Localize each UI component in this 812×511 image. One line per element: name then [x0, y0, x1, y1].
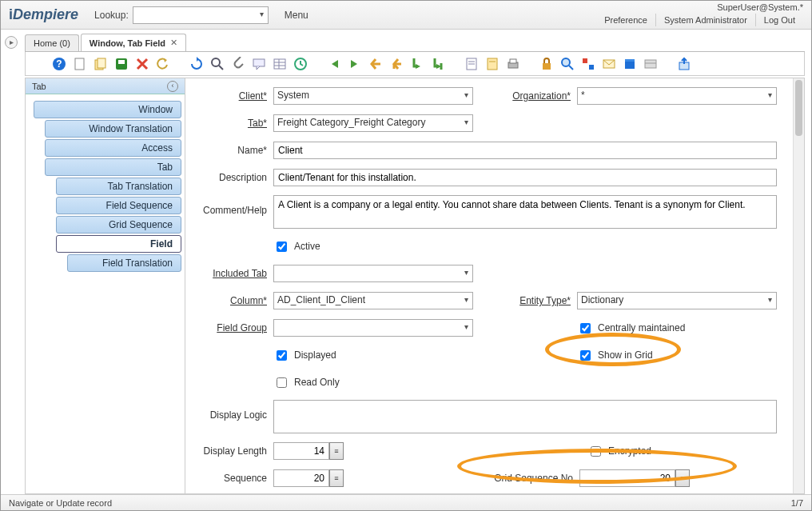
help-icon[interactable]: ? [51, 56, 67, 72]
tab-label[interactable]: Tab* [197, 118, 273, 129]
tab-home[interactable]: Home (0) [25, 34, 79, 51]
showingrid-checkbox[interactable] [580, 350, 591, 361]
copy-icon[interactable] [93, 56, 109, 72]
tree-title: Tab [32, 82, 46, 91]
active-checkbox[interactable] [277, 242, 287, 252]
zoom-icon[interactable] [559, 56, 575, 72]
side-expand-button[interactable]: ▸ [5, 36, 18, 49]
displaylogic-textarea[interactable] [273, 400, 777, 433]
lock-icon[interactable] [539, 56, 555, 72]
sequence-input[interactable] [273, 469, 329, 487]
svg-rect-4 [98, 58, 105, 68]
sequence-stepper[interactable]: ≡ [329, 469, 344, 487]
centrally-label: Centrally maintained [598, 322, 685, 333]
menu-link[interactable]: Menu [285, 10, 308, 21]
tree-item-grid-sequence[interactable]: Grid Sequence [56, 216, 181, 234]
displayed-label: Displayed [294, 349, 336, 361]
new-icon[interactable] [72, 56, 88, 72]
tab-select[interactable]: Freight Category_Freight Category [273, 114, 473, 132]
description-input[interactable] [273, 169, 777, 186]
svg-rect-6 [118, 60, 125, 64]
showingrid-label: Show in Grid [598, 349, 653, 361]
entitytype-label[interactable]: Entity Type* [505, 295, 577, 306]
tree-item-field[interactable]: Field [56, 235, 181, 253]
tree-item-window[interactable]: Window [34, 101, 181, 118]
product-icon[interactable] [622, 56, 638, 72]
parent-prev-icon[interactable] [326, 56, 342, 72]
displayed-checkbox[interactable] [277, 350, 287, 361]
name-input[interactable] [273, 142, 777, 159]
encrypted-checkbox[interactable] [591, 446, 601, 457]
fieldgroup-label[interactable]: Field Group [197, 322, 273, 333]
svg-rect-28 [589, 65, 594, 70]
main-tabs: Home (0) Window, Tab Field✕ [25, 33, 805, 52]
description-label: Description [197, 172, 273, 183]
svg-rect-32 [645, 60, 656, 68]
lookup-input[interactable] [133, 6, 269, 24]
tab-window-tab-field[interactable]: Window, Tab Field✕ [81, 34, 186, 51]
displaylength-input[interactable] [273, 442, 329, 460]
preference-link[interactable]: Preference [596, 14, 655, 26]
parent-next-icon[interactable] [347, 56, 363, 72]
tree-item-field-translation[interactable]: Field Translation [67, 254, 181, 272]
client-label[interactable]: Client* [197, 90, 273, 102]
organization-label[interactable]: Organization* [505, 90, 577, 102]
readonly-label: Read Only [294, 377, 340, 388]
displaylength-stepper[interactable]: ≡ [329, 442, 344, 460]
user-context: SuperUser@System.* [596, 2, 803, 12]
tree-collapse-button[interactable]: ‹ [167, 81, 178, 92]
role-link[interactable]: System Administrator [655, 14, 755, 26]
lookup-label: Lookup: [94, 10, 129, 21]
close-icon[interactable]: ✕ [170, 38, 177, 48]
requests-icon[interactable] [601, 56, 617, 72]
tree-item-tab-translation[interactable]: Tab Translation [56, 178, 181, 195]
column-select[interactable]: AD_Client_ID_Client [273, 292, 473, 309]
find-icon[interactable] [209, 56, 225, 72]
client-select[interactable]: System [273, 87, 473, 105]
attachment-icon[interactable] [230, 56, 246, 72]
record-counter: 1/7 [791, 498, 803, 508]
active-wf-icon[interactable] [580, 56, 596, 72]
gridseqno-stepper[interactable]: ≡ [675, 469, 690, 487]
tree-item-field-sequence[interactable]: Field Sequence [56, 197, 181, 214]
comment-textarea[interactable] [273, 195, 777, 229]
includedtab-select[interactable] [273, 265, 473, 282]
readonly-checkbox[interactable] [277, 377, 287, 388]
fieldgroup-select[interactable] [273, 319, 473, 337]
svg-point-7 [212, 58, 220, 66]
archive-icon[interactable] [484, 56, 500, 72]
history-icon[interactable] [293, 56, 308, 72]
first-icon[interactable] [368, 56, 384, 72]
encrypted-label: Encrypted [608, 445, 651, 457]
svg-rect-27 [583, 58, 587, 63]
entitytype-select[interactable]: Dictionary [577, 292, 777, 309]
gap-icon [30, 56, 46, 72]
undo-icon[interactable] [155, 56, 171, 72]
prev-icon[interactable] [388, 56, 404, 72]
delete-icon[interactable] [134, 56, 150, 72]
sequence-label: Sequence [197, 473, 273, 484]
customize-icon[interactable] [643, 56, 659, 72]
chat-icon[interactable] [251, 56, 267, 72]
print-icon[interactable] [505, 56, 521, 72]
report-icon[interactable] [464, 56, 480, 72]
displaylength-label: Display Length [197, 445, 273, 457]
logout-link[interactable]: Log Out [755, 14, 803, 26]
form-scrollbar[interactable] [793, 78, 804, 493]
tree-item-tab[interactable]: Tab [45, 158, 181, 176]
gridseqno-input[interactable] [579, 469, 675, 487]
last-icon[interactable] [430, 56, 446, 72]
export-icon[interactable] [676, 56, 692, 72]
grid-icon[interactable] [272, 56, 288, 72]
save-icon[interactable] [113, 56, 129, 72]
tree-item-window-translation[interactable]: Window Translation [45, 120, 181, 138]
organization-select[interactable]: * [577, 87, 777, 105]
tree-item-access[interactable]: Access [45, 139, 181, 157]
includedtab-label[interactable]: Included Tab [197, 268, 273, 279]
column-label[interactable]: Column* [197, 295, 273, 306]
centrally-checkbox[interactable] [580, 323, 591, 333]
refresh-icon[interactable] [189, 56, 205, 72]
next-icon[interactable] [409, 56, 425, 72]
toolbar: ? [25, 52, 805, 76]
svg-rect-2 [75, 58, 84, 70]
